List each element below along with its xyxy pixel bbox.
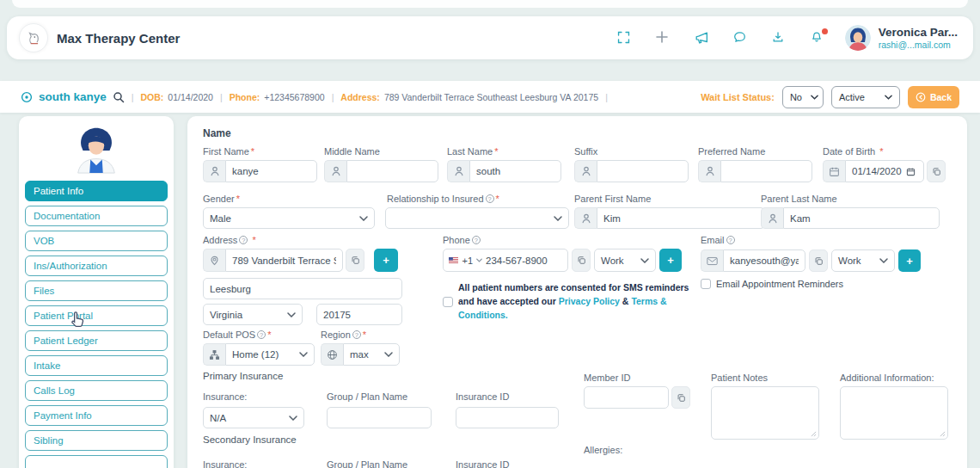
sidebar-item-intake[interactable]: Intake [25,355,168,376]
sidebar-item-label: Calls Log [34,385,75,396]
street-input[interactable] [225,249,343,272]
dob-input[interactable] [852,166,903,176]
middle-name-field [324,160,438,182]
help-icon[interactable]: ? [239,236,248,244]
preferred-name-input[interactable] [720,160,812,182]
phone-input[interactable] [486,256,562,266]
datepicker-icon[interactable] [906,167,916,176]
envelope-icon [701,249,723,272]
suffix-label: Suffix [574,146,597,157]
gender-select[interactable]: Male [203,207,375,229]
last-name-input[interactable] [469,160,561,182]
state-select[interactable]: Virginia [203,304,303,325]
search-icon[interactable] [113,91,125,103]
help-icon[interactable]: ? [352,330,361,339]
first-name-input[interactable] [225,160,317,182]
sidebar-item-files[interactable]: Files [25,280,168,301]
secondary-group-plan-label: Group / Plan Name [327,459,407,468]
address-label: Address: [340,92,380,102]
insurance-select[interactable]: N/A [203,407,304,428]
help-icon[interactable]: ? [472,236,481,244]
sidebar-item-vob[interactable]: VOB [25,231,168,251]
top-strip [12,0,968,8]
additional-info-label: Additional Information: [840,373,934,383]
parent-first-name-label: Parent First Name [574,194,651,204]
parent-last-name-input[interactable] [783,207,940,229]
brand[interactable]: Max Therapy Center [19,23,180,52]
help-icon[interactable]: ? [257,330,266,339]
sms-consent-checkbox[interactable] [443,297,453,307]
person-icon [324,160,346,182]
insurance-id-input[interactable] [456,407,559,428]
group-plan-input[interactable] [327,407,432,428]
us-flag-icon[interactable] [449,256,458,265]
add-address-button[interactable]: + [374,249,398,272]
sms-consent-line1: All patient numbers are consented for SM… [458,281,694,295]
add-icon[interactable] [655,30,671,46]
help-icon[interactable]: ? [726,236,735,244]
member-id-input[interactable] [584,386,669,409]
suffix-field [574,160,689,182]
relationship-select[interactable] [385,207,569,229]
help-icon[interactable]: ? [486,194,494,203]
add-email-button[interactable]: + [898,249,921,272]
patient-status-value: Active [839,92,865,102]
patient-info-form: Name First Name* Middle Name Last Name* … [187,116,967,468]
app-logo-icon [19,23,48,52]
copy-icon[interactable] [927,160,946,182]
sidebar-item-payment-info[interactable]: Payment Info [25,405,168,426]
announcement-icon[interactable] [694,30,709,46]
first-name-label: First Name* [203,146,254,157]
privacy-policy-link[interactable]: Privacy Policy [559,296,620,306]
sidebar-item-patient-ledger[interactable]: Patient Ledger [25,330,168,351]
resize-handle[interactable] [811,431,817,437]
parent-last-name-field [761,207,940,229]
sidebar-item-label: Payment Info [34,410,92,421]
person-icon [574,207,597,229]
copy-icon[interactable] [572,249,591,272]
copy-icon[interactable] [346,249,364,272]
sidebar-item-patient-portal[interactable]: Patient Portal [25,305,168,326]
header-actions: Veronica Par... rashi@...mail.com [616,25,958,51]
country-code[interactable]: +1 [462,256,473,266]
city-input[interactable] [203,278,402,299]
patient-notes-textarea[interactable] [712,387,818,439]
middle-name-input[interactable] [346,160,438,182]
insurance-label: Insurance: [203,391,247,402]
region-value: max [350,349,369,360]
zip-input[interactable] [316,304,402,325]
fullscreen-icon[interactable] [616,30,632,46]
add-phone-button[interactable]: + [659,249,682,272]
download-icon[interactable] [771,30,787,46]
first-name-field [203,160,317,182]
default-pos-select[interactable]: Home (12) [225,343,315,366]
sidebar-item-sibling[interactable]: Sibling [25,430,168,451]
sidebar-item-documentation[interactable]: Documentation [25,206,168,226]
chat-icon[interactable] [732,30,748,46]
sidebar-item-patient-info[interactable]: Patient Info [25,181,168,201]
notifications-icon[interactable] [810,30,825,46]
sidebar-item-more[interactable] [25,455,168,468]
email-label: Email? [701,235,735,245]
phone-type-select[interactable]: Work [594,249,656,272]
region-select[interactable]: max [343,343,400,366]
wait-list-select[interactable]: No [782,86,824,108]
sidebar-item-calls-log[interactable]: Calls Log [25,380,168,401]
email-type-select[interactable]: Work [831,249,895,272]
back-button[interactable]: Back [908,86,959,108]
phone-field: +1 Work + [443,249,682,272]
copy-icon[interactable] [671,386,690,409]
user-avatar[interactable] [845,25,871,51]
phone-value: +12345678900 [264,92,324,102]
email-reminder-checkbox[interactable] [701,279,711,289]
suffix-input[interactable] [597,160,689,182]
email-input[interactable] [723,249,805,272]
patient-status-select[interactable]: Active [831,86,900,108]
resize-handle[interactable] [940,431,946,437]
sidebar-item-ins-authorization[interactable]: Ins/Authorization [25,256,168,276]
email-type-value: Work [838,256,861,266]
copy-icon[interactable] [809,249,828,272]
user-menu[interactable]: Veronica Par... rashi@...mail.com [845,25,958,51]
additional-info-textarea[interactable] [841,387,947,439]
parent-first-name-input[interactable] [597,207,765,229]
